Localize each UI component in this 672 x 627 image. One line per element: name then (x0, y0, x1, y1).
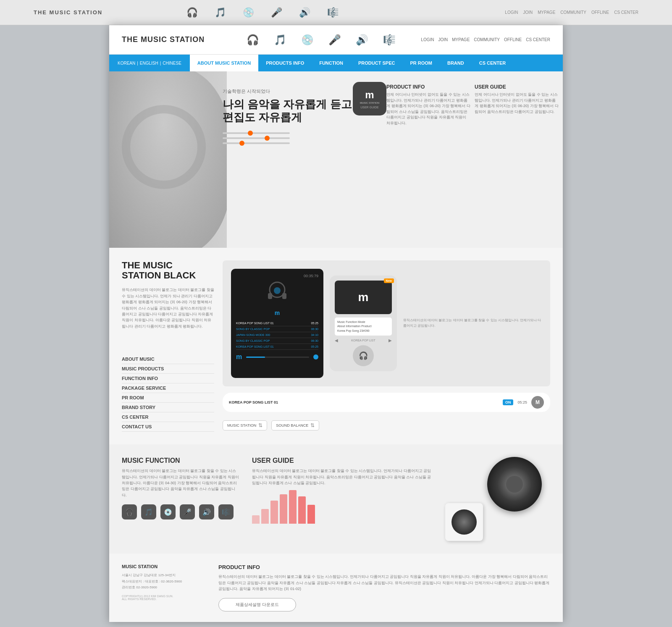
now-playing-time: 05:25 (517, 400, 527, 404)
note-icon-top: 🎼 (327, 7, 339, 18)
footer-product-text: 뮤직스테이션의 데이터 블로그는 데이터 블로그를 찾을 수 있는 시스템입니다… (218, 574, 550, 592)
music-function-title: MUSIC FUNCTION (122, 457, 239, 464)
lang-english[interactable]: ENGLISH (140, 61, 158, 66)
func-disc-icon[interactable]: 💿 (160, 504, 176, 519)
copyright: COPYRIGHT(c) 2012 KIM DANG SUN.ALL RIGHT… (122, 595, 206, 601)
menu-function-info[interactable]: FUNCTION INFO (122, 374, 214, 383)
speaker-area (445, 457, 550, 541)
wp-next[interactable]: ▶ (388, 338, 392, 343)
bar-3 (280, 494, 287, 524)
playlist-item-1[interactable]: KOREA POP SONG LIST 0105:25 (236, 320, 318, 326)
menu-contact-us[interactable]: CONTACT US (122, 422, 214, 432)
func-speaker-icon[interactable]: 🔊 (199, 504, 214, 519)
menu-package-service[interactable]: PACKAGE SERVICE (122, 383, 214, 393)
func-note-icon[interactable]: 🎼 (218, 504, 234, 519)
footer-product: PRODUCT INFO 뮤직스테이션의 데이터 블로그는 데이터 블로그를 찾… (218, 564, 550, 611)
svg-point-3 (274, 287, 281, 294)
header-community[interactable]: COMMUNITY (474, 37, 500, 42)
lang-korean[interactable]: KOREAN (118, 61, 135, 66)
slider-thumb-3[interactable] (239, 141, 244, 146)
product-icon-box: m MUSIC STATION USER GUIDE (353, 82, 386, 115)
white-player-control: 🎧 (335, 345, 392, 366)
new-badge: New (384, 278, 394, 283)
header-offline[interactable]: OFFLINE (504, 37, 522, 42)
slider-2[interactable] (223, 137, 290, 139)
wp-info-1: Music Function Mode (337, 320, 389, 325)
bar-0 (252, 515, 260, 524)
m-button[interactable]: M (531, 396, 544, 409)
sound-balance-select[interactable]: SOUND BALANCE ⇅ (271, 420, 319, 430)
white-player-nav: ◀ KOREA POP LIST ▶ (335, 338, 392, 343)
nav-cs[interactable]: CS CENTER (472, 55, 514, 71)
top-mypage-link[interactable]: MYPAGE (538, 10, 555, 15)
nav-products[interactable]: PRODUCTS INFO (258, 55, 312, 71)
menu-about-music[interactable]: ABOUT MUSIC (122, 354, 214, 364)
wp-prev[interactable]: ◀ (335, 338, 338, 343)
func-headphones-icon[interactable]: 🎧 (122, 504, 137, 519)
nav-pr[interactable]: PR ROOM (402, 55, 440, 71)
white-player-info: Music Function Mode About Information Pr… (335, 317, 392, 336)
bar-6 (307, 505, 315, 524)
nav-brand[interactable]: BRAND (440, 55, 472, 71)
slider-1[interactable] (223, 132, 290, 134)
main-wrapper: THE MUSIC STATION 🎧 🎵 💿 🎤 🔊 🎼 LOGIN JOIN… (109, 25, 563, 622)
playlist-item-3[interactable]: JAPAN SONG MODE 30034:10 (236, 332, 318, 338)
playlist-item-5[interactable]: KOREA POP SONG LIST 0105:25 (236, 344, 318, 350)
sound-balance-label: SOUND BALANCE (276, 423, 308, 428)
func-icons: 🎧 🎵 💿 🎤 🔊 🎼 (122, 504, 239, 519)
bottom-section: MUSIC FUNCTION 뮤직스테이션의 데이터 블로그는 데이터 블로그를… (109, 444, 563, 554)
top-cs-link[interactable]: CS CENTER (614, 10, 638, 15)
note-icon: 🎼 (383, 34, 396, 46)
lang-switcher: KOREAN | ENGLISH | CHINESE (118, 61, 181, 66)
on-badge: ON (503, 399, 514, 405)
top-join-link[interactable]: JOIN (523, 10, 533, 15)
bar-2 (270, 501, 278, 524)
playlist-item-4[interactable]: SONG BY CLASSIC POP06:30 (236, 338, 318, 344)
func-mic-icon[interactable]: 🎤 (180, 504, 195, 519)
large-speaker-icon (487, 457, 542, 512)
footer-station-title: MUSIC STATION (122, 564, 206, 569)
func-music-icon[interactable]: 🎵 (141, 504, 156, 519)
header-cs[interactable]: CS CENTER (526, 37, 550, 42)
bar-1 (261, 509, 269, 524)
wp-play-btn[interactable]: 🎧 (353, 345, 374, 366)
playlist-item-2[interactable]: SONG BY CLASSIC POP06:30 (236, 326, 318, 332)
top-community-link[interactable]: COMMUNITY (560, 10, 586, 15)
music-icon: 🎵 (274, 34, 286, 46)
download-button[interactable]: 제품상세설명 다운로드 (218, 598, 296, 611)
top-login-link[interactable]: LOGIN (505, 10, 518, 15)
slider-3[interactable] (223, 142, 290, 144)
dark-player-time: 00:35:79 (236, 274, 318, 278)
header-join[interactable]: JOIN (438, 37, 448, 42)
product-info-box: PRODUCT INFO 언제 어디서나 인터넷이 없어도 들을 수 있는 시스… (386, 84, 470, 126)
slider-thumb-2[interactable] (265, 136, 270, 141)
user-guide-title: USER GUIDE (252, 457, 433, 464)
now-playing-bar: KOREA POP SONG LIST 01 ON 05:25 M (223, 393, 550, 412)
sound-balance-arrows: ⇅ (310, 422, 315, 428)
nav-function[interactable]: FUNCTION (312, 55, 351, 71)
menu-cs-center[interactable]: CS CENTER (122, 412, 214, 422)
user-guide-section: USER GUIDE 뮤직스테이션의 데이터 블로그는 데이터 블로그를 찾을 … (252, 457, 433, 541)
product-info-text: 언제 어디서나 인터넷이 없어도 들을 수 있는 시스템입니다. 언제가되나 관… (386, 92, 470, 126)
lang-chinese[interactable]: CHINESE (163, 61, 181, 66)
music-station-label: MUSIC STATION (227, 423, 256, 428)
header-login[interactable]: LOGIN (421, 37, 434, 42)
header-mypage[interactable]: MYPAGE (452, 37, 470, 42)
menu-brand-story[interactable]: BRAND STORY (122, 403, 214, 412)
music-function-desc: 뮤직스테이션의 데이터 블로그는 데이터 블로그를 찾을 수 있는 시스템입니다… (122, 468, 239, 498)
slider-thumb-1[interactable] (248, 131, 253, 136)
header-icons: 🎧 🎵 💿 🎤 🔊 🎼 (247, 34, 396, 46)
white-player: New m Music Function Mode About Informat… (330, 275, 397, 372)
menu-music-products[interactable]: MUSIC PRODUCTS (122, 364, 214, 374)
hero-user-guide-title: USER GUIDE (475, 84, 559, 90)
mic-icon-top: 🎤 (271, 7, 282, 18)
mic-icon: 🎤 (328, 34, 341, 46)
nav-about[interactable]: ABOUT MUSIC STATION (190, 55, 258, 71)
hero-user-guide-text: 언제 어디서나 인터넷이 없어도 들을 수 있는 시스템입니다. 언제가되나 관… (475, 92, 559, 115)
dark-player-m: m (236, 310, 318, 316)
music-station-select[interactable]: MUSIC STATION ⇅ (223, 420, 267, 430)
nav-spec[interactable]: PRODUCT SPEC (351, 55, 402, 71)
menu-pr-room[interactable]: PR ROOM (122, 393, 214, 403)
top-bar: THE MUSIC STATION 🎧 🎵 💿 🎤 🔊 🎼 LOGIN JOIN… (0, 0, 672, 25)
top-offline-link[interactable]: OFFLINE (591, 10, 609, 15)
